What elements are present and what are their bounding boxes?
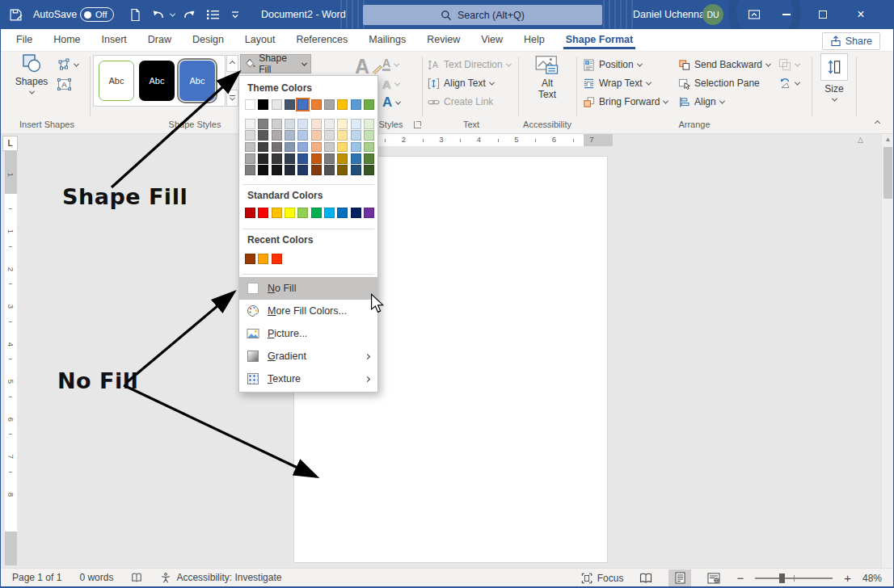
- autosave-toggle[interactable]: Off: [80, 0, 114, 29]
- focus-button[interactable]: Focus: [581, 573, 624, 584]
- color-swatch[interactable]: [245, 254, 255, 264]
- color-shade-swatch[interactable]: [258, 142, 268, 153]
- search-input[interactable]: Search (Alt+Q): [363, 5, 602, 25]
- color-shade-swatch[interactable]: [245, 153, 255, 164]
- color-shade-swatch[interactable]: [272, 153, 282, 164]
- color-shade-swatch[interactable]: [272, 130, 282, 141]
- tab-references[interactable]: References: [285, 30, 358, 51]
- color-shade-swatch[interactable]: [351, 153, 361, 164]
- color-shade-swatch[interactable]: [351, 130, 361, 141]
- color-shade-swatch[interactable]: [285, 130, 295, 141]
- zoom-percent[interactable]: 48%: [862, 573, 882, 584]
- color-shade-swatch[interactable]: [311, 165, 322, 175]
- size-button[interactable]: Size: [816, 53, 853, 102]
- color-shade-swatch[interactable]: [272, 119, 282, 129]
- color-shade-swatch[interactable]: [285, 142, 295, 153]
- edit-shape-button[interactable]: [57, 57, 78, 73]
- color-swatch[interactable]: [297, 208, 308, 218]
- save-button[interactable]: [9, 0, 23, 29]
- color-swatch[interactable]: [324, 99, 335, 110]
- color-shade-swatch[interactable]: [285, 165, 295, 175]
- color-shade-swatch[interactable]: [337, 165, 348, 175]
- menu-item-picture[interactable]: Picture...: [239, 322, 377, 345]
- scrollbar-thumb[interactable]: [883, 147, 892, 199]
- page-info[interactable]: Page 1 of 1: [12, 572, 61, 583]
- minimize-button[interactable]: [770, 0, 803, 29]
- zoom-out-button[interactable]: −: [736, 571, 744, 585]
- color-shade-swatch[interactable]: [285, 119, 295, 129]
- selection-pane-button[interactable]: Selection Pane: [678, 75, 760, 91]
- color-shade-swatch[interactable]: [297, 130, 308, 141]
- tab-insert[interactable]: Insert: [91, 30, 137, 51]
- bring-forward-button[interactable]: Bring Forward: [583, 94, 668, 110]
- text-box-button[interactable]: A: [57, 76, 71, 92]
- web-layout-button[interactable]: [702, 569, 725, 586]
- collapse-ribbon-icon[interactable]: [875, 120, 880, 126]
- color-swatch[interactable]: [337, 99, 348, 110]
- scroll-up-icon[interactable]: ▲: [882, 136, 893, 143]
- share-button[interactable]: Share: [822, 32, 880, 50]
- tab-shape-format[interactable]: Shape Format: [555, 30, 643, 51]
- send-backward-button[interactable]: Send Backward: [678, 57, 770, 73]
- color-shade-swatch[interactable]: [324, 142, 335, 153]
- word-count[interactable]: 0 words: [79, 572, 113, 583]
- color-swatch[interactable]: [272, 208, 282, 218]
- color-shade-swatch[interactable]: [297, 119, 308, 129]
- color-shade-swatch[interactable]: [337, 130, 348, 141]
- tab-draw[interactable]: Draw: [137, 30, 182, 51]
- color-shade-swatch[interactable]: [351, 165, 361, 175]
- color-swatch[interactable]: [245, 208, 255, 218]
- color-shade-swatch[interactable]: [324, 119, 335, 129]
- color-swatch[interactable]: [272, 99, 282, 110]
- color-swatch[interactable]: [364, 99, 374, 110]
- new-document-button[interactable]: [129, 0, 141, 29]
- color-shade-swatch[interactable]: [337, 119, 348, 129]
- tab-file[interactable]: File: [6, 30, 43, 51]
- wrap-text-button[interactable]: Wrap Text: [583, 75, 651, 91]
- right-indent-marker[interactable]: △: [858, 136, 863, 144]
- color-swatch[interactable]: [272, 254, 282, 264]
- zoom-slider[interactable]: [755, 578, 833, 579]
- color-shade-swatch[interactable]: [311, 153, 322, 164]
- color-shade-swatch[interactable]: [258, 119, 268, 129]
- position-button[interactable]: Position: [583, 57, 642, 73]
- tab-home[interactable]: Home: [43, 30, 91, 51]
- tab-design[interactable]: Design: [182, 30, 234, 51]
- color-swatch[interactable]: [258, 254, 268, 264]
- color-swatch[interactable]: [351, 208, 361, 218]
- shape-style-preview[interactable]: Abc: [99, 61, 134, 101]
- color-shade-swatch[interactable]: [364, 130, 374, 141]
- color-shade-swatch[interactable]: [337, 153, 348, 164]
- dialog-launcher-icon[interactable]: [414, 121, 421, 128]
- color-swatch[interactable]: [258, 208, 268, 218]
- color-shade-swatch[interactable]: [272, 165, 282, 175]
- color-shade-swatch[interactable]: [297, 142, 308, 153]
- quick-access-overflow-button[interactable]: [230, 0, 240, 29]
- color-shade-swatch[interactable]: [351, 142, 361, 153]
- menu-item-gradient[interactable]: Gradient: [239, 345, 377, 368]
- color-shade-swatch[interactable]: [258, 130, 268, 141]
- color-shade-swatch[interactable]: [324, 165, 335, 175]
- color-shade-swatch[interactable]: [311, 130, 322, 141]
- color-shade-swatch[interactable]: [258, 165, 268, 175]
- color-swatch[interactable]: [297, 99, 308, 110]
- close-button[interactable]: ×: [845, 0, 877, 29]
- color-shade-swatch[interactable]: [364, 119, 374, 129]
- menu-item-more-fill-colors[interactable]: More Fill Colors...: [239, 300, 377, 322]
- color-shade-swatch[interactable]: [351, 119, 361, 129]
- color-shade-swatch[interactable]: [272, 142, 282, 153]
- color-swatch[interactable]: [245, 99, 255, 110]
- tab-layout[interactable]: Layout: [234, 30, 286, 51]
- alt-text-button[interactable]: Alt Text: [525, 55, 570, 100]
- color-shade-swatch[interactable]: [285, 153, 295, 164]
- tab-view[interactable]: View: [470, 30, 513, 51]
- color-shade-swatch[interactable]: [364, 142, 374, 153]
- color-swatch[interactable]: [351, 99, 361, 110]
- accessibility-checker[interactable]: Accessibility: Investigate: [160, 572, 281, 584]
- color-shade-swatch[interactable]: [324, 153, 335, 164]
- color-shade-swatch[interactable]: [297, 165, 308, 175]
- color-swatch[interactable]: [364, 208, 374, 218]
- shapes-button[interactable]: Shapes: [11, 53, 53, 94]
- vertical-scrollbar[interactable]: ▲: [881, 134, 893, 568]
- text-fill-button[interactable]: A: [382, 57, 399, 73]
